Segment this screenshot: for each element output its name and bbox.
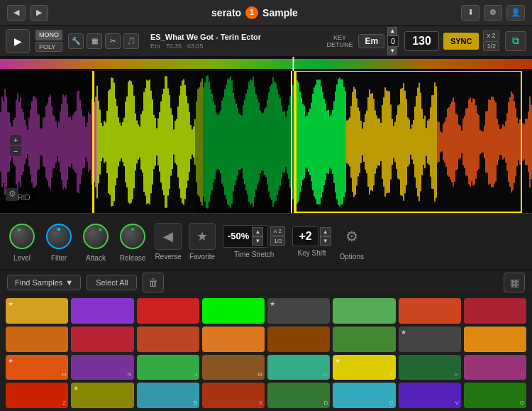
pad-3-1[interactable]: ★ [71,383,133,408]
attack-knob[interactable] [81,221,111,251]
ts-up-button[interactable]: ▲ [252,227,263,236]
pad-1-0[interactable] [6,327,68,352]
svg-rect-269 [376,115,377,168]
pad-1-6[interactable]: ★ [399,327,461,352]
tool-mode[interactable]: 🎵 [123,33,139,49]
track-duration: 03:05 [187,43,204,50]
options-button[interactable]: ⚙ [338,223,365,250]
pad-1-1[interactable] [71,327,133,352]
pad-0-0[interactable]: ★ [6,298,68,324]
sync-button[interactable]: SYNC [443,33,480,50]
bars-button[interactable]: ▦ [504,273,525,292]
tool-bars[interactable]: ▦ [87,33,102,49]
pad-3-6[interactable]: V [399,383,461,408]
svg-rect-281 [393,126,394,158]
tool-edit[interactable]: ✂ [105,33,121,49]
pad-0-5[interactable] [333,298,395,324]
pad-0-3[interactable] [202,298,265,324]
pad-0-7[interactable] [464,298,526,324]
reverse-button[interactable]: ◀ [155,223,182,250]
svg-rect-86 [116,106,118,178]
svg-rect-251 [350,106,352,177]
pad-1-5[interactable] [333,327,395,352]
pad-3-4[interactable]: D [267,383,330,408]
delete-button[interactable]: 🗑 [143,273,164,292]
ts-x2-button[interactable]: x 2 [270,226,285,236]
pad-2-5[interactable]: ★ L [333,355,395,380]
svg-rect-130 [179,95,180,188]
x2-button[interactable]: x 2 [483,31,499,40]
x12-button[interactable]: 1/2 [483,41,499,51]
pad-0-2[interactable] [137,298,199,324]
back-button[interactable]: ◀ [7,5,26,21]
svg-rect-313 [438,122,440,162]
pad-2-0[interactable]: ★ H [6,355,68,380]
svg-rect-232 [323,99,325,185]
key-down-button[interactable]: ▼ [387,47,397,55]
pad-2-6[interactable]: >: [399,355,461,380]
ts-down-button[interactable]: ▼ [252,236,263,246]
download-button[interactable]: ⬇ [461,5,480,21]
pad-2-4-key: <: [323,371,328,378]
pad-3-3[interactable]: X [202,383,265,408]
svg-rect-342 [480,130,481,154]
svg-rect-134 [184,85,186,199]
pad-0-6[interactable] [399,298,461,324]
filter-label: Filter [51,254,67,262]
settings-button[interactable]: ⚙ [484,5,502,21]
svg-rect-132 [182,81,183,204]
find-samples-button[interactable]: Find Samples ▼ [7,275,81,290]
controls-row: Level Filter Attack Release ◀ Reverse [0,213,532,270]
level-knob[interactable] [7,221,37,251]
pad-1-2[interactable] [137,327,199,352]
waveform-section[interactable]: (function(){ var svg = document.getEleme… [0,71,532,213]
pad-0-4[interactable]: ★ [267,298,330,324]
svg-rect-258 [360,121,362,163]
user-button[interactable]: 👤 [506,5,525,21]
ks-down-button[interactable]: ▼ [320,236,331,246]
options-label: Options [340,253,364,261]
pad-0-0-icon: ★ [8,300,13,307]
filter-knob[interactable] [44,221,74,251]
pad-2-7[interactable]: :: [464,355,526,380]
pad-1-7[interactable] [464,327,526,352]
svg-rect-351 [492,97,494,187]
svg-rect-354 [497,119,498,165]
select-all-button[interactable]: Select All [87,275,137,290]
pad-1-4[interactable] [267,327,330,352]
mono-button[interactable]: MONO [35,30,62,40]
pad-3-7[interactable]: G [464,383,526,408]
pad-2-3[interactable]: M [202,355,265,380]
pad-2-2[interactable]: J [137,355,199,380]
svg-rect-262 [366,111,367,173]
ts-x12-button[interactable]: 1/2 [270,236,285,246]
ks-up-button[interactable]: ▲ [320,227,331,236]
svg-rect-139 [192,129,193,154]
svg-rect-245 [342,80,343,205]
favorite-button[interactable]: ★ [189,223,216,250]
svg-rect-133 [183,80,184,205]
play-button[interactable]: ▶ [6,29,30,53]
forward-button[interactable]: ▶ [30,5,48,21]
pad-2-4[interactable]: <: [267,355,330,380]
pad-0-1[interactable] [71,298,133,324]
pad-3-0[interactable]: Z [6,383,68,408]
svg-rect-111 [152,99,153,185]
title-bar-center: serato 1 Sample [211,6,298,19]
pad-3-5[interactable]: C [333,383,395,408]
svg-rect-266 [372,93,373,191]
key-display: Em ▲ 0 ▼ [358,27,399,55]
key-up-button[interactable]: ▲ [387,27,397,35]
tool-pin[interactable]: 🔧 [68,33,84,49]
pad-2-1[interactable]: N [71,355,133,380]
pad-1-3[interactable] [202,327,265,352]
svg-rect-377 [529,97,531,187]
pads-toolbar: Find Samples ▼ Select All 🗑 ▦ [0,270,532,295]
svg-rect-335 [470,97,471,187]
release-knob[interactable] [118,221,148,251]
svg-rect-327 [458,124,460,159]
poly-button[interactable]: POLY [35,42,62,53]
loop-button[interactable]: ⧉ [505,31,526,51]
svg-rect-83 [112,78,113,206]
pad-3-2[interactable]: S [137,383,199,408]
